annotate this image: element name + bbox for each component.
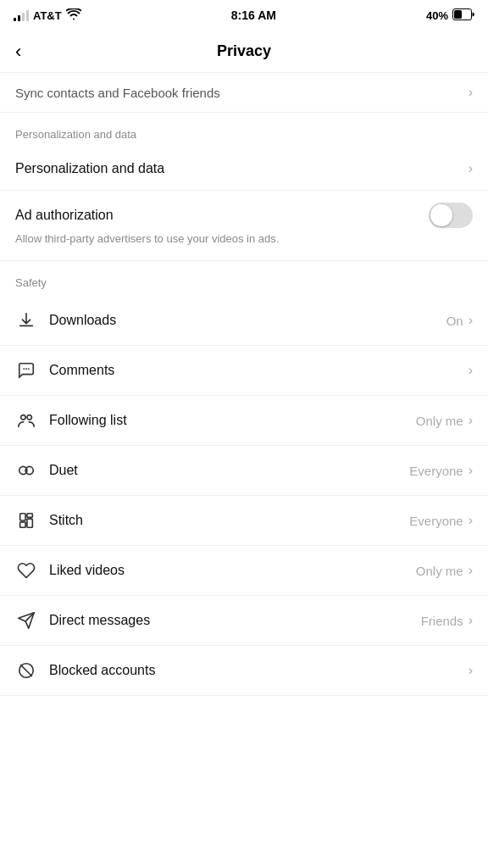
- svg-rect-12: [27, 519, 32, 527]
- svg-rect-10: [20, 522, 25, 527]
- svg-point-4: [28, 368, 30, 370]
- liked-videos-chevron: ›: [469, 563, 473, 578]
- svg-line-14: [21, 665, 32, 676]
- nav-header: ‹ Privacy: [0, 31, 488, 73]
- battery-percent: 40%: [426, 9, 448, 22]
- status-bar: AT&T 8:16 AM 40%: [0, 0, 488, 31]
- comments-row[interactable]: Comments ›: [0, 346, 488, 396]
- downloads-chevron: ›: [469, 313, 473, 328]
- ad-auth-description: Allow third-party advertisers to use you…: [15, 231, 473, 247]
- blocked-accounts-label: Blocked accounts: [49, 663, 155, 678]
- duet-row[interactable]: Duet Everyone ›: [0, 446, 488, 496]
- direct-messages-chevron: ›: [469, 613, 473, 628]
- following-list-label: Following list: [49, 413, 127, 428]
- comments-chevron: ›: [469, 363, 473, 378]
- liked-videos-value: Only me: [416, 564, 463, 578]
- duet-chevron: ›: [469, 463, 473, 478]
- stitch-chevron: ›: [469, 513, 473, 528]
- direct-messages-label: Direct messages: [49, 613, 150, 628]
- duet-value: Everyone: [409, 464, 463, 478]
- back-button[interactable]: ‹: [12, 37, 25, 66]
- following-list-row[interactable]: Following list Only me ›: [0, 396, 488, 446]
- duet-icon: [15, 459, 37, 481]
- personalization-data-row[interactable]: Personalization and data ›: [0, 147, 488, 191]
- svg-point-2: [23, 368, 25, 370]
- comments-label: Comments: [49, 363, 114, 378]
- following-list-value: Only me: [416, 414, 463, 428]
- toggle-knob: [430, 204, 452, 226]
- stitch-value: Everyone: [409, 514, 463, 528]
- stitch-label: Stitch: [49, 513, 83, 528]
- wifi-icon: [66, 8, 81, 23]
- battery-icon: [452, 8, 474, 23]
- downloads-value: On: [446, 314, 463, 328]
- status-battery: 40%: [426, 8, 474, 23]
- svg-rect-1: [454, 10, 462, 19]
- download-icon: [15, 309, 37, 331]
- svg-rect-9: [20, 514, 25, 520]
- following-list-chevron: ›: [469, 413, 473, 428]
- signal-icon: [14, 9, 29, 21]
- personalization-data-label: Personalization and data: [15, 161, 164, 176]
- stitch-row[interactable]: Stitch Everyone ›: [0, 496, 488, 546]
- svg-point-5: [21, 415, 25, 420]
- direct-messages-value: Friends: [421, 614, 463, 628]
- duet-label: Duet: [49, 463, 78, 478]
- sync-contacts-chevron: ›: [469, 85, 473, 100]
- svg-point-6: [27, 415, 31, 420]
- ad-auth-label: Ad authorization: [15, 208, 114, 223]
- svg-point-3: [25, 368, 27, 370]
- block-icon: [15, 659, 37, 682]
- stitch-icon: [15, 509, 37, 531]
- downloads-row[interactable]: Downloads On ›: [0, 296, 488, 346]
- content: Personalization and data Personalization…: [0, 113, 488, 696]
- liked-videos-row[interactable]: Liked videos Only me ›: [0, 546, 488, 596]
- following-icon: [15, 409, 37, 431]
- section-header-personalization: Personalization and data: [0, 113, 488, 147]
- downloads-label: Downloads: [49, 313, 116, 328]
- blocked-accounts-chevron: ›: [469, 663, 473, 678]
- sync-contacts-row[interactable]: Sync contacts and Facebook friends ›: [0, 73, 488, 113]
- page-title: Privacy: [217, 42, 271, 60]
- personalization-data-chevron: ›: [469, 161, 473, 176]
- liked-videos-label: Liked videos: [49, 563, 125, 578]
- comment-icon: [15, 359, 37, 381]
- blocked-accounts-row[interactable]: Blocked accounts ›: [0, 646, 488, 696]
- carrier-label: AT&T: [33, 9, 62, 22]
- ad-auth-toggle[interactable]: [429, 203, 473, 228]
- status-carrier-signal: AT&T: [14, 8, 81, 23]
- heart-icon: [15, 559, 37, 581]
- message-icon: [15, 609, 37, 632]
- ad-authorization-row: Ad authorization Allow third-party adver…: [0, 191, 488, 261]
- status-time: 8:16 AM: [231, 8, 276, 22]
- section-header-safety: Safety: [0, 261, 488, 296]
- sync-contacts-label: Sync contacts and Facebook friends: [15, 86, 220, 100]
- direct-messages-row[interactable]: Direct messages Friends ›: [0, 596, 488, 646]
- svg-rect-11: [27, 514, 32, 518]
